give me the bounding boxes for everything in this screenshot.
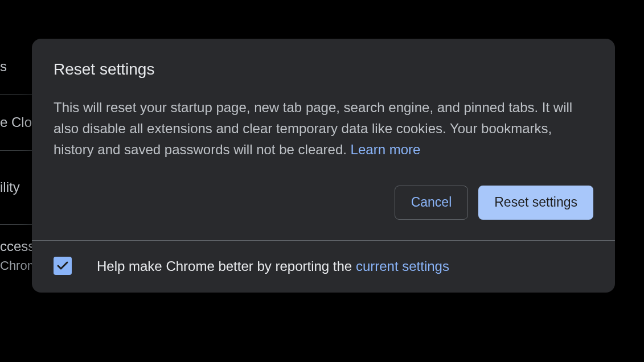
reset-settings-button[interactable]: Reset settings	[478, 186, 593, 220]
bg-row: ccess Chrom	[0, 224, 32, 293]
dialog-body: This will reset your startup page, new t…	[54, 97, 593, 161]
cancel-button[interactable]: Cancel	[395, 186, 469, 220]
dialog-footer: Help make Chrome better by reporting the…	[32, 240, 615, 293]
learn-more-link[interactable]: Learn more	[351, 142, 421, 157]
footer-text-before: Help make Chrome better by reporting the	[97, 258, 356, 274]
dialog-title: Reset settings	[54, 60, 593, 79]
check-icon	[56, 259, 69, 273]
settings-background: s e Clo ility ccess Chrom	[0, 39, 32, 293]
reset-settings-dialog: Reset settings This will reset your star…	[32, 39, 615, 293]
bg-row: ility	[0, 150, 32, 224]
bg-row: e Clo	[0, 94, 32, 150]
report-settings-label: Help make Chrome better by reporting the…	[97, 257, 449, 276]
bg-row: s	[0, 39, 32, 94]
current-settings-link[interactable]: current settings	[356, 258, 449, 274]
dialog-body-text: This will reset your startup page, new t…	[54, 100, 572, 157]
report-settings-checkbox[interactable]	[54, 257, 72, 275]
dialog-button-row: Cancel Reset settings	[54, 186, 593, 220]
